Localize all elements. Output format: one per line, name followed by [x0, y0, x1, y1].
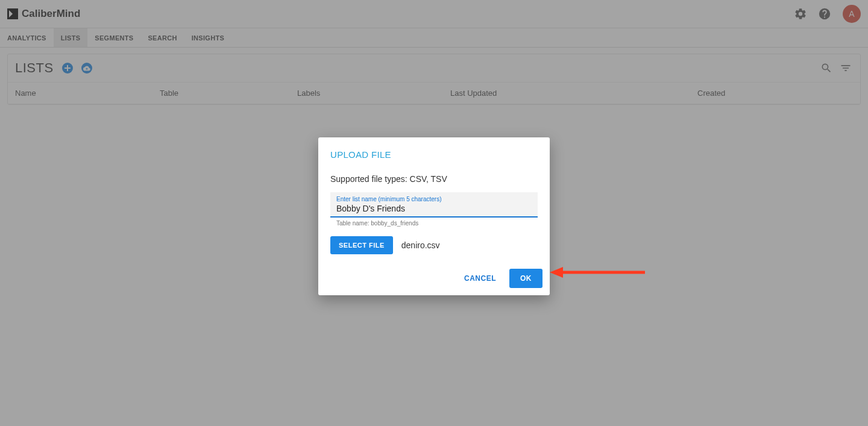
select-file-button[interactable]: SELECT FILE: [330, 236, 393, 254]
ok-button[interactable]: OK: [509, 269, 542, 288]
table-name-helper: Table name: bobby_ds_friends: [318, 218, 550, 227]
list-name-input-wrap: Enter list name (minimum 5 characters): [330, 192, 538, 218]
list-name-label: Enter list name (minimum 5 characters): [336, 196, 532, 202]
list-name-input[interactable]: [336, 204, 532, 213]
cancel-button[interactable]: CANCEL: [456, 269, 505, 288]
dialog-title: UPLOAD FILE: [318, 149, 550, 160]
dialog-actions: CANCEL OK: [318, 269, 550, 288]
modal-overlay: UPLOAD FILE Supported file types: CSV, T…: [0, 0, 868, 426]
selected-file-name: deniro.csv: [401, 240, 440, 250]
file-select-row: SELECT FILE deniro.csv: [318, 236, 550, 254]
upload-file-dialog: UPLOAD FILE Supported file types: CSV, T…: [318, 137, 550, 295]
supported-types-text: Supported file types: CSV, TSV: [318, 174, 550, 184]
